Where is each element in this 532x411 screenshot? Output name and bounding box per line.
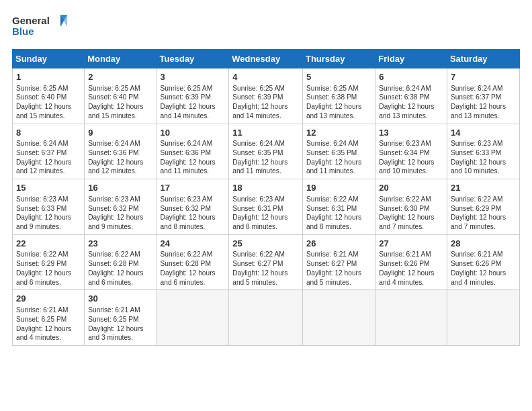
calendar-cell: 25Sunrise: 6:22 AMSunset: 6:27 PMDayligh…	[229, 234, 303, 290]
calendar-cell: 22Sunrise: 6:22 AMSunset: 6:29 PMDayligh…	[13, 234, 85, 290]
calendar-cell: 24Sunrise: 6:22 AMSunset: 6:28 PMDayligh…	[157, 234, 229, 290]
logo: General Blue	[12, 12, 73, 42]
col-tuesday: Tuesday	[157, 50, 229, 68]
calendar-cell: 19Sunrise: 6:22 AMSunset: 6:31 PMDayligh…	[302, 179, 375, 235]
calendar-cell: 6Sunrise: 6:24 AMSunset: 6:38 PMDaylight…	[375, 68, 447, 124]
day-number: 22	[16, 238, 81, 250]
day-info: Sunrise: 6:21 AMSunset: 6:27 PMDaylight:…	[306, 250, 371, 287]
calendar-cell: 18Sunrise: 6:23 AMSunset: 6:31 PMDayligh…	[229, 179, 303, 235]
calendar-cell	[229, 290, 303, 346]
day-number: 15	[16, 182, 81, 194]
day-number: 27	[379, 238, 443, 250]
calendar-cell: 12Sunrise: 6:24 AMSunset: 6:35 PMDayligh…	[302, 124, 375, 179]
calendar-week-row: 1Sunrise: 6:25 AMSunset: 6:40 PMDaylight…	[13, 68, 520, 124]
day-info: Sunrise: 6:23 AMSunset: 6:31 PMDaylight:…	[232, 195, 299, 232]
calendar-cell: 11Sunrise: 6:24 AMSunset: 6:35 PMDayligh…	[229, 124, 303, 179]
calendar-body: 1Sunrise: 6:25 AMSunset: 6:40 PMDaylight…	[13, 68, 520, 346]
day-number: 13	[379, 127, 443, 139]
calendar-cell: 15Sunrise: 6:23 AMSunset: 6:33 PMDayligh…	[13, 179, 85, 235]
day-info: Sunrise: 6:23 AMSunset: 6:32 PMDaylight:…	[88, 195, 152, 232]
day-number: 26	[306, 238, 371, 250]
day-info: Sunrise: 6:24 AMSunset: 6:37 PMDaylight:…	[451, 84, 516, 121]
day-number: 21	[451, 182, 516, 194]
day-number: 29	[16, 293, 81, 305]
day-info: Sunrise: 6:24 AMSunset: 6:38 PMDaylight:…	[379, 84, 443, 121]
calendar-cell: 7Sunrise: 6:24 AMSunset: 6:37 PMDaylight…	[447, 68, 519, 124]
day-number: 1	[16, 71, 81, 83]
day-info: Sunrise: 6:22 AMSunset: 6:28 PMDaylight:…	[161, 250, 226, 287]
day-info: Sunrise: 6:21 AMSunset: 6:25 PMDaylight:…	[88, 306, 152, 342]
svg-text:Blue: Blue	[12, 26, 34, 37]
day-number: 24	[161, 238, 226, 250]
svg-text:General: General	[12, 15, 50, 26]
day-info: Sunrise: 6:22 AMSunset: 6:31 PMDaylight:…	[306, 195, 371, 232]
day-number: 11	[232, 127, 299, 139]
day-info: Sunrise: 6:25 AMSunset: 6:38 PMDaylight:…	[306, 84, 371, 121]
calendar-cell: 4Sunrise: 6:25 AMSunset: 6:39 PMDaylight…	[229, 68, 303, 124]
day-number: 2	[88, 71, 152, 83]
calendar-cell: 28Sunrise: 6:21 AMSunset: 6:26 PMDayligh…	[447, 234, 519, 290]
calendar-cell	[447, 290, 519, 346]
day-info: Sunrise: 6:25 AMSunset: 6:40 PMDaylight:…	[16, 84, 81, 121]
calendar-cell: 27Sunrise: 6:21 AMSunset: 6:26 PMDayligh…	[375, 234, 447, 290]
day-info: Sunrise: 6:23 AMSunset: 6:33 PMDaylight:…	[16, 195, 81, 232]
day-number: 10	[161, 127, 226, 139]
calendar-cell	[375, 290, 447, 346]
day-number: 14	[451, 127, 516, 139]
calendar-cell: 13Sunrise: 6:23 AMSunset: 6:34 PMDayligh…	[375, 124, 447, 179]
day-info: Sunrise: 6:24 AMSunset: 6:36 PMDaylight:…	[88, 139, 152, 176]
day-number: 20	[379, 182, 443, 194]
calendar-cell: 21Sunrise: 6:22 AMSunset: 6:29 PMDayligh…	[447, 179, 519, 235]
day-info: Sunrise: 6:23 AMSunset: 6:33 PMDaylight:…	[451, 139, 516, 176]
page: General Blue Sunday Monday Tuesday Wedne…	[0, 0, 532, 411]
day-info: Sunrise: 6:24 AMSunset: 6:35 PMDaylight:…	[306, 139, 371, 176]
day-number: 9	[88, 127, 152, 139]
calendar-week-row: 29Sunrise: 6:21 AMSunset: 6:25 PMDayligh…	[13, 290, 520, 346]
day-info: Sunrise: 6:21 AMSunset: 6:26 PMDaylight:…	[379, 250, 443, 287]
col-friday: Friday	[375, 50, 447, 68]
day-number: 23	[88, 238, 152, 250]
calendar-table: Sunday Monday Tuesday Wednesday Thursday…	[12, 49, 520, 346]
day-number: 25	[232, 238, 299, 250]
day-number: 6	[379, 71, 443, 83]
calendar-week-row: 8Sunrise: 6:24 AMSunset: 6:37 PMDaylight…	[13, 124, 520, 179]
calendar-cell: 26Sunrise: 6:21 AMSunset: 6:27 PMDayligh…	[302, 234, 375, 290]
day-info: Sunrise: 6:22 AMSunset: 6:29 PMDaylight:…	[16, 250, 81, 287]
day-info: Sunrise: 6:25 AMSunset: 6:39 PMDaylight:…	[161, 84, 226, 121]
day-number: 18	[232, 182, 299, 194]
day-info: Sunrise: 6:23 AMSunset: 6:32 PMDaylight:…	[161, 195, 226, 232]
day-number: 16	[88, 182, 152, 194]
day-info: Sunrise: 6:21 AMSunset: 6:26 PMDaylight:…	[451, 250, 516, 287]
col-wednesday: Wednesday	[229, 50, 303, 68]
day-number: 7	[451, 71, 516, 83]
calendar-cell: 17Sunrise: 6:23 AMSunset: 6:32 PMDayligh…	[157, 179, 229, 235]
calendar-cell: 14Sunrise: 6:23 AMSunset: 6:33 PMDayligh…	[447, 124, 519, 179]
day-info: Sunrise: 6:22 AMSunset: 6:28 PMDaylight:…	[88, 250, 152, 287]
calendar-cell: 1Sunrise: 6:25 AMSunset: 6:40 PMDaylight…	[13, 68, 85, 124]
calendar-header-row: Sunday Monday Tuesday Wednesday Thursday…	[13, 50, 520, 68]
calendar-cell: 23Sunrise: 6:22 AMSunset: 6:28 PMDayligh…	[85, 234, 157, 290]
header: General Blue	[12, 12, 520, 42]
day-number: 28	[451, 238, 516, 250]
calendar-cell	[302, 290, 375, 346]
calendar-cell: 2Sunrise: 6:25 AMSunset: 6:40 PMDaylight…	[85, 68, 157, 124]
calendar-cell: 20Sunrise: 6:22 AMSunset: 6:30 PMDayligh…	[375, 179, 447, 235]
col-thursday: Thursday	[302, 50, 375, 68]
calendar-cell: 30Sunrise: 6:21 AMSunset: 6:25 PMDayligh…	[85, 290, 157, 346]
calendar-cell	[157, 290, 229, 346]
calendar-cell: 8Sunrise: 6:24 AMSunset: 6:37 PMDaylight…	[13, 124, 85, 179]
day-info: Sunrise: 6:23 AMSunset: 6:34 PMDaylight:…	[379, 139, 443, 176]
calendar-cell: 5Sunrise: 6:25 AMSunset: 6:38 PMDaylight…	[302, 68, 375, 124]
day-info: Sunrise: 6:22 AMSunset: 6:27 PMDaylight:…	[232, 250, 299, 287]
col-sunday: Sunday	[13, 50, 85, 68]
calendar-cell: 9Sunrise: 6:24 AMSunset: 6:36 PMDaylight…	[85, 124, 157, 179]
day-info: Sunrise: 6:25 AMSunset: 6:40 PMDaylight:…	[88, 84, 152, 121]
day-info: Sunrise: 6:24 AMSunset: 6:35 PMDaylight:…	[232, 139, 299, 176]
day-number: 19	[306, 182, 371, 194]
col-monday: Monday	[85, 50, 157, 68]
logo-icon: General Blue	[12, 12, 73, 42]
day-info: Sunrise: 6:24 AMSunset: 6:36 PMDaylight:…	[161, 139, 226, 176]
calendar-cell: 10Sunrise: 6:24 AMSunset: 6:36 PMDayligh…	[157, 124, 229, 179]
calendar-cell: 3Sunrise: 6:25 AMSunset: 6:39 PMDaylight…	[157, 68, 229, 124]
day-number: 17	[161, 182, 226, 194]
